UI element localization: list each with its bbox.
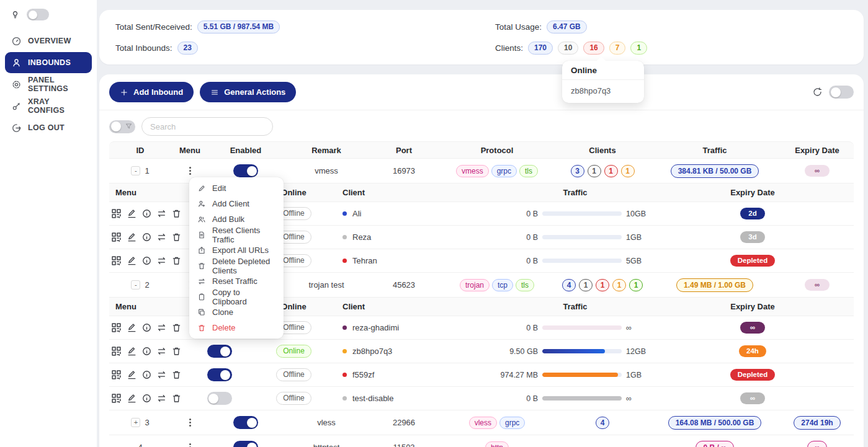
client-count: 1 [629,279,643,291]
client-enabled-toggle[interactable] [207,345,232,358]
edit-icon[interactable] [127,393,137,404]
add-inbound-button[interactable]: Add Inbound [109,82,194,102]
clients-count-deactive[interactable]: 10 [558,42,578,55]
clipboard-icon [197,293,206,301]
collapse-button[interactable]: - [131,280,140,290]
protocol-tags: vmess grpc tls [438,159,556,183]
menu-item-edit[interactable]: Edit [189,180,284,196]
delete-icon[interactable] [171,370,182,380]
clients-count-online[interactable]: 1 [630,42,647,55]
theme-toggle[interactable] [27,9,49,20]
client-count: 1 [621,165,635,177]
traffic-progress-bar [542,235,622,239]
reset-traffic-icon[interactable] [156,322,167,333]
client-name: Ali [352,209,361,218]
menu-item-copy-to-clipboard[interactable]: Copy to Clipboard [189,289,284,304]
clients-count-expiring[interactable]: 7 [609,42,626,55]
edit-icon[interactable] [127,208,137,219]
qrcode-icon[interactable] [110,369,122,381]
sidebar-item-panel-settings[interactable]: PANEL SETTINGS [5,74,92,95]
reset-traffic-icon[interactable] [156,370,167,380]
sidebar-item-logout[interactable]: LOG OUT [5,117,92,138]
col-client: Client [329,298,457,316]
inbound-port: 11503 [370,435,438,447]
general-actions-button[interactable]: General Actions [200,82,296,102]
protocol-tags: http [438,435,556,447]
clients-count-total[interactable]: 170 [528,42,553,55]
expiry-badge: 24h [739,345,766,357]
client-enabled-toggle[interactable] [207,368,232,381]
col-expiry: Expiry Date [694,298,812,316]
enabled-toggle[interactable] [233,441,258,447]
reset-traffic-icon[interactable] [156,255,167,266]
edit-icon[interactable] [127,322,137,333]
traffic-used: 0 B [498,257,538,265]
enabled-toggle[interactable] [233,164,258,177]
delete-icon[interactable] [171,255,182,266]
qrcode-icon[interactable] [110,231,122,243]
edit-icon[interactable] [127,232,137,242]
info-icon[interactable] [141,346,152,356]
filter-toggle[interactable] [109,120,135,133]
expiry-badge: Depleted [730,255,776,267]
client-count-tags: 4 [556,410,649,435]
menu-item-delete-depleted-clients[interactable]: Delete Depleted Clients [189,258,284,273]
qrcode-icon[interactable] [110,345,122,357]
gear-icon [11,79,22,90]
client-count-tags: 3 1 1 1 [556,159,649,183]
collapse-button[interactable]: - [131,166,140,175]
reset-traffic-icon[interactable] [156,232,167,242]
info-icon[interactable] [141,370,152,380]
reset-traffic-icon[interactable] [156,393,167,404]
info-icon[interactable] [141,232,152,242]
info-icon[interactable] [141,322,152,333]
menu-item-delete[interactable]: Delete [189,320,284,335]
qrcode-icon[interactable] [110,208,122,219]
edit-icon[interactable] [127,255,137,266]
sidebar-item-overview[interactable]: OVERVIEW [5,30,92,51]
auto-refresh-toggle[interactable] [829,86,854,99]
info-icon[interactable] [141,208,152,219]
traffic-limit: 12GB [626,347,652,356]
qrcode-icon[interactable] [110,322,122,334]
edit-icon[interactable] [127,346,137,356]
menu-item-reset-traffic[interactable]: Reset Traffic [189,273,284,289]
sidebar-item-inbounds[interactable]: INBOUNDS [5,52,92,73]
menu-item-add-client[interactable]: Add Client [189,196,284,211]
reset-traffic-icon[interactable] [156,346,167,356]
delete-icon[interactable] [171,322,182,333]
info-icon[interactable] [141,393,152,404]
funnel-icon [125,122,133,130]
info-icon[interactable] [141,255,152,266]
file-reset-icon [197,231,206,239]
menu-item-reset-clients-traffic[interactable]: Reset Clients Traffic [189,227,284,242]
menu-item-export-all-urls[interactable]: Export All URLs [189,242,284,258]
traffic-limit: 5GB [626,257,652,265]
menu-item-clone[interactable]: Clone [189,304,284,320]
qrcode-icon[interactable] [110,255,122,267]
delete-icon[interactable] [171,232,182,242]
client-name: f559zf [352,370,374,379]
row-menu-button[interactable] [189,170,191,172]
qrcode-icon[interactable] [110,392,122,404]
expand-button[interactable]: + [131,418,140,427]
client-enabled-toggle[interactable] [207,392,232,405]
traffic-badge: 1.49 MB / 1.00 GB [676,278,753,292]
menu-item-add-bulk[interactable]: Add Bulk [189,211,284,227]
search-input[interactable] [141,117,273,136]
sidebar-item-xray-configs[interactable]: XRAY CONFIGS [5,95,92,117]
refresh-icon[interactable] [812,87,823,97]
delete-icon[interactable] [171,346,182,356]
edit-icon[interactable] [127,370,137,380]
delete-icon[interactable] [171,208,182,219]
person-icon [11,58,22,68]
bulb-icon [10,9,20,20]
protocol-tag: tls [516,279,534,291]
reset-traffic-icon[interactable] [156,208,167,219]
enabled-toggle[interactable] [233,416,258,429]
inbound-context-menu: Edit Add Client Add Bulk Reset Clients T… [189,177,284,339]
person-add-icon [197,200,206,208]
row-menu-button[interactable] [189,422,191,423]
delete-icon[interactable] [171,393,182,404]
clients-count-depleted[interactable]: 16 [583,42,604,55]
